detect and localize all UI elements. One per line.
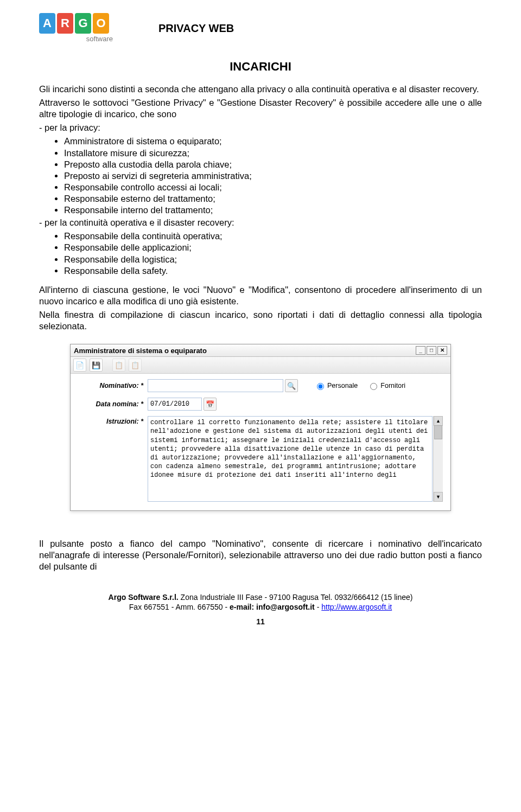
radio-fornitori[interactable]: Fornitori: [367, 381, 405, 390]
section-title: INCARICHI: [39, 60, 482, 74]
istruzioni-textarea[interactable]: controllare il corretto funzionamento de…: [148, 416, 433, 502]
list-item: Responsabile controllo accessi ai locali…: [64, 182, 482, 193]
argo-logo: A R G O software: [39, 13, 115, 43]
footer-company: Argo Software S.r.l.: [109, 593, 179, 602]
maximize-button[interactable]: □: [427, 346, 436, 355]
data-nomina-input[interactable]: [148, 398, 202, 411]
page-header: A R G O software PRIVACY WEB: [39, 13, 482, 43]
subhead-dr: - per la continuità operativa e il disas…: [39, 217, 482, 228]
dialog-form: Nominativo: * 🔍 Personale Fornitori Data…: [71, 374, 450, 510]
paragraph-intro2: Attraverso le sottovoci "Gestione Privac…: [39, 97, 482, 120]
footer-link[interactable]: http://www.argosoft.it: [321, 603, 392, 611]
footer-sep: -: [315, 603, 321, 611]
paragraph-nuovo-modifica: All'interno di ciascuna gestione, le voc…: [39, 284, 482, 307]
logo-letter-o: O: [93, 13, 109, 34]
radio-personale[interactable]: Personale: [314, 381, 358, 390]
paragraph-intro: Gli incarichi sono distinti a seconda ch…: [39, 84, 482, 95]
dr-list: Responsabile della continuità operativa;…: [54, 231, 482, 276]
dialog-toolbar: 📄 💾 📋 📋: [71, 357, 450, 374]
list-item: Responsabile della logistica;: [64, 254, 482, 265]
nominativo-input[interactable]: [148, 379, 283, 392]
scrollbar[interactable]: ▲ ▼: [433, 416, 443, 502]
list-item: Responsabile interno del trattamento;: [64, 204, 482, 216]
radio-personale-label: Personale: [327, 382, 358, 389]
logo-subtitle: software: [39, 35, 115, 43]
paragraph-nominativo-help: Il pulsante posto a fianco del campo "No…: [39, 538, 482, 572]
logo-letter-r: R: [57, 13, 73, 34]
list-item: Amministratore di sistema o equiparato;: [64, 136, 482, 147]
dialog-titlebar: Amministratore di sistema o equiparato _…: [71, 344, 450, 357]
page-number: 11: [39, 617, 482, 626]
dialog-incarico: Amministratore di sistema o equiparato _…: [70, 344, 451, 511]
list-item: Responsabile delle applicazioni;: [64, 242, 482, 253]
footer-fax: Fax 667551 - Amm. 667550 -: [129, 603, 230, 611]
footer-address: Zona Industriale III Fase - 97100 Ragusa…: [179, 593, 413, 602]
search-icon[interactable]: 🔍: [285, 379, 298, 392]
privacy-list: Amministratore di sistema o equiparato; …: [54, 136, 482, 216]
toolbar-button-3[interactable]: 📋: [112, 359, 125, 372]
list-item: Preposto alla custodia della parola chia…: [64, 159, 482, 170]
toolbar-save-button[interactable]: 💾: [90, 359, 103, 372]
radio-fornitori-label: Fornitori: [380, 382, 405, 389]
footer-email: e-mail: info@argosoft.it: [230, 603, 315, 611]
logo-letter-a: A: [39, 13, 55, 34]
logo-letter-g: G: [75, 13, 91, 34]
toolbar-new-button[interactable]: 📄: [73, 359, 86, 372]
minimize-button[interactable]: _: [416, 346, 425, 355]
paragraph-dettaglio: Nella finestra di compilazione di ciascu…: [39, 309, 482, 332]
toolbar-button-4[interactable]: 📋: [129, 359, 142, 372]
subhead-privacy: - per la privacy:: [39, 122, 482, 133]
scroll-up-icon[interactable]: ▲: [434, 416, 443, 426]
close-button[interactable]: ✕: [437, 346, 447, 355]
list-item: Preposto ai servizi di segreteria ammini…: [64, 170, 482, 182]
label-nominativo: Nominativo: *: [99, 382, 143, 389]
label-istruzioni: Istruzioni: *: [78, 416, 148, 425]
label-data-nomina: Data nomina: *: [96, 400, 143, 408]
list-item: Installatore misure di sicurezza;: [64, 148, 482, 159]
list-item: Responsabile esterno del trattamento;: [64, 193, 482, 204]
page-footer: Argo Software S.r.l. Zona Industriale II…: [39, 592, 482, 612]
calendar-icon[interactable]: 📅: [204, 398, 217, 411]
document-title: PRIVACY WEB: [158, 22, 482, 35]
dialog-title: Amministratore di sistema o equiparato: [74, 347, 207, 355]
list-item: Responsabile della safety.: [64, 265, 482, 277]
list-item: Responsabile della continuità operativa;: [64, 231, 482, 242]
scroll-thumb[interactable]: [434, 425, 442, 439]
scroll-down-icon[interactable]: ▼: [434, 492, 443, 502]
